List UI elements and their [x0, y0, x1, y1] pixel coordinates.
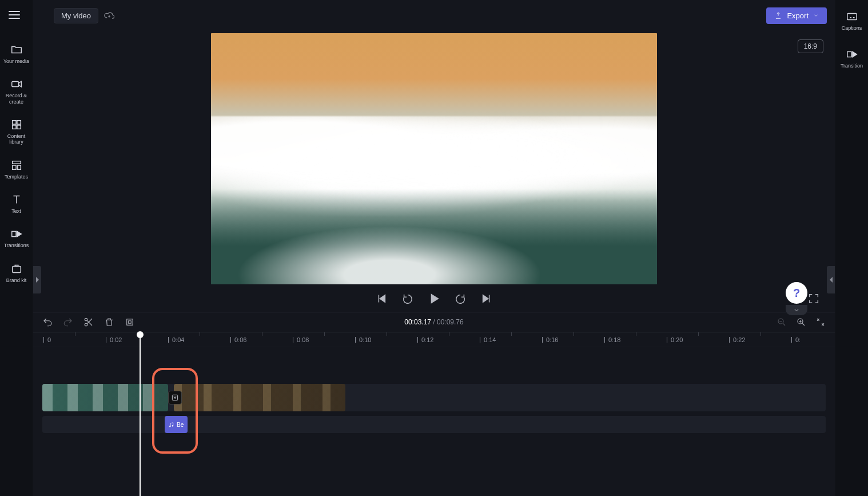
folder-icon — [10, 43, 23, 56]
ruler-subtick — [387, 332, 387, 336]
rail-label: Transition — [841, 63, 863, 69]
zoom-in-button[interactable] — [796, 317, 806, 327]
right-rail: Captions Transition — [835, 0, 868, 496]
export-button[interactable]: Export — [766, 7, 827, 24]
library-icon — [10, 118, 23, 131]
preview-stage: 16:9 ? — [33, 31, 835, 312]
brandkit-icon — [10, 263, 23, 275]
ruler-tick: 0:18 — [604, 332, 620, 347]
rail-label: Text — [11, 208, 21, 214]
fit-timeline-button[interactable] — [815, 317, 826, 327]
audio-track[interactable]: Be — [42, 416, 826, 433]
topbar: My video Export — [33, 0, 835, 31]
ruler-tick: 0: — [791, 332, 801, 347]
video-clip-1[interactable] — [42, 384, 168, 411]
ruler-subtick — [574, 332, 574, 336]
music-note-icon — [168, 422, 174, 428]
split-button[interactable] — [83, 317, 94, 327]
rail-brand-kit[interactable]: Brand kit — [0, 257, 33, 289]
ruler-subtick — [262, 332, 262, 336]
ruler-tick: 0:08 — [293, 332, 309, 347]
fullscreen-button[interactable] — [807, 292, 820, 305]
transitions-icon — [10, 228, 23, 240]
help-button[interactable]: ? — [786, 282, 807, 304]
left-drawer-toggle[interactable] — [33, 266, 41, 293]
rail-label: Content library — [1, 133, 31, 145]
ruler-subtick — [636, 332, 636, 336]
transition-icon — [846, 48, 858, 61]
ruler-tick: 0:14 — [480, 332, 496, 347]
rewind-button[interactable] — [401, 292, 414, 305]
upload-icon — [774, 11, 782, 19]
right-drawer-toggle[interactable] — [827, 266, 835, 293]
rail-templates[interactable]: Templates — [0, 153, 33, 185]
svg-rect-2 — [17, 121, 20, 124]
ruler-tick: 0:02 — [106, 332, 122, 347]
svg-rect-4 — [17, 125, 20, 129]
transition-marker[interactable] — [168, 391, 182, 404]
ruler-tick: 0:20 — [667, 332, 683, 347]
camera-icon — [10, 78, 23, 90]
left-rail: Your media Record & create Content libra… — [0, 0, 33, 496]
rail-transition[interactable]: Transition — [835, 42, 868, 74]
rail-your-media[interactable]: Your media — [0, 38, 33, 70]
timeline-tracks[interactable]: Be — [33, 347, 835, 496]
rail-transitions[interactable]: Transitions — [0, 222, 33, 254]
audio-clip-label: Be — [177, 422, 184, 428]
skip-end-button[interactable] — [480, 292, 493, 305]
ruler-tick: 0:16 — [542, 332, 558, 347]
ruler-tick: 0:04 — [168, 332, 184, 347]
ruler-tick: 0:12 — [417, 332, 433, 347]
video-clip-2[interactable] — [174, 384, 345, 411]
svg-rect-8 — [11, 232, 15, 237]
project-title[interactable]: My video — [54, 8, 98, 23]
ruler-tick: 0:06 — [230, 332, 246, 347]
transition-x-icon — [171, 394, 179, 402]
ruler-subtick — [200, 332, 200, 336]
ruler-subtick — [75, 332, 75, 336]
timecode-total: 00:09.76 — [437, 318, 464, 326]
rail-label: Templates — [5, 174, 28, 180]
cloud-sync-icon[interactable] — [104, 10, 114, 21]
menu-button[interactable] — [9, 7, 25, 23]
svg-rect-0 — [11, 82, 18, 87]
ruler-subtick — [449, 332, 449, 336]
forward-button[interactable] — [454, 292, 467, 305]
play-button[interactable] — [428, 292, 440, 305]
timecode-display: 00:03.17 / 00:09.76 — [404, 318, 463, 326]
rail-record-create[interactable]: Record & create — [0, 72, 33, 110]
aspect-ratio-badge[interactable]: 16:9 — [798, 39, 823, 53]
preview-canvas[interactable] — [211, 33, 657, 284]
timecode-current: 00:03.17 — [404, 318, 431, 326]
crop-button[interactable] — [125, 317, 135, 327]
timeline-ruler[interactable]: 00:020:040:060:080:100:120:140:160:180:2… — [33, 332, 835, 347]
svg-rect-12 — [127, 319, 133, 326]
playhead[interactable] — [140, 332, 141, 496]
svg-point-16 — [169, 426, 170, 427]
ruler-tick: 0:22 — [729, 332, 745, 347]
svg-rect-18 — [847, 14, 857, 20]
rail-content-library[interactable]: Content library — [0, 113, 33, 151]
delete-button[interactable] — [104, 317, 114, 327]
svg-rect-1 — [12, 121, 15, 124]
ruler-subtick — [761, 332, 761, 336]
ruler-subtick — [324, 332, 325, 336]
rail-captions[interactable]: Captions — [835, 5, 868, 37]
zoom-out-button[interactable] — [777, 317, 787, 327]
audio-clip[interactable]: Be — [165, 416, 188, 433]
svg-rect-3 — [12, 125, 15, 129]
undo-button[interactable] — [42, 317, 53, 327]
svg-rect-5 — [12, 161, 21, 164]
rail-text[interactable]: Text — [0, 188, 33, 220]
redo-button[interactable] — [63, 317, 73, 327]
ruler-subtick — [511, 332, 512, 336]
ruler-tick: 0:10 — [355, 332, 371, 347]
svg-rect-19 — [847, 52, 851, 57]
rail-label: Captions — [842, 25, 862, 31]
ruler-subtick — [698, 332, 699, 336]
player-controls — [375, 292, 493, 305]
video-track[interactable] — [42, 384, 826, 411]
skip-start-button[interactable] — [375, 292, 388, 305]
ruler-tick: 0 — [43, 332, 51, 347]
timeline-toolbar: 00:03.17 / 00:09.76 — [33, 312, 835, 332]
